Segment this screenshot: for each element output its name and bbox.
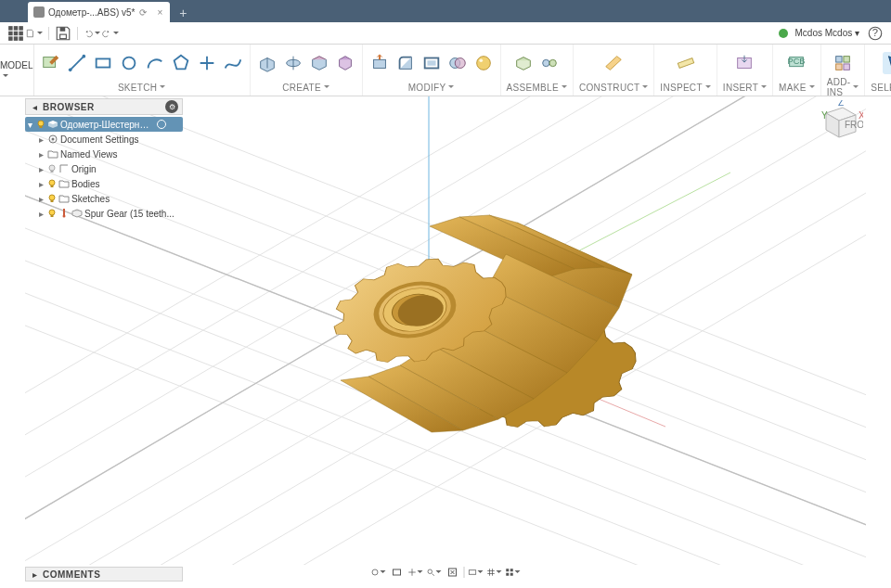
measure-icon[interactable] — [675, 52, 697, 74]
grid-settings-button[interactable] — [487, 565, 502, 580]
file-menu-button[interactable] — [26, 25, 43, 42]
workspace-switcher[interactable]: MODEL — [0, 45, 34, 96]
comments-title: COMMENTS — [43, 569, 100, 580]
revolve-icon[interactable] — [282, 52, 304, 74]
bulb-icon[interactable] — [47, 209, 57, 218]
tree-item-origin[interactable]: Origin — [25, 161, 183, 176]
svg-point-26 — [543, 59, 549, 66]
arc-icon[interactable] — [144, 52, 166, 74]
spline-icon[interactable] — [222, 52, 244, 74]
document-tab[interactable]: Одометр-...ABS) v5* ⟳ × — [28, 2, 170, 22]
expand-icon[interactable] — [36, 209, 45, 218]
create-form-icon[interactable] — [334, 52, 356, 74]
expand-icon[interactable] — [36, 134, 45, 144]
circle-icon[interactable] — [118, 52, 140, 74]
svg-rect-6 — [8, 36, 13, 41]
appearance-icon[interactable] — [472, 52, 495, 74]
viewport-button[interactable] — [506, 565, 521, 580]
group-label[interactable]: MAKE — [779, 81, 815, 94]
svg-point-27 — [549, 59, 556, 66]
extrude-icon[interactable] — [256, 52, 278, 74]
addins-icon[interactable] — [832, 52, 854, 74]
group-label[interactable]: ASSEMBLE — [507, 81, 567, 94]
group-label[interactable]: MODIFY — [408, 81, 455, 94]
ribbon-group-addins: ADD-INS — [821, 45, 866, 96]
expand-icon[interactable] — [36, 149, 45, 159]
tree-item-sketches[interactable]: Sketches — [25, 191, 183, 206]
user-menu[interactable]: Mcdos Mcdos ▾ — [795, 28, 859, 38]
svg-rect-21 — [427, 60, 435, 66]
tree-item-settings[interactable]: Document Settings — [25, 132, 183, 147]
polygon-icon[interactable] — [170, 52, 192, 74]
group-label[interactable]: INSPECT — [660, 81, 710, 94]
bulb-icon[interactable] — [47, 179, 57, 188]
svg-text:Z: Z — [838, 100, 844, 108]
data-panel-button[interactable] — [7, 25, 24, 42]
component-icon — [71, 208, 83, 219]
group-label[interactable]: CREATE — [282, 81, 329, 94]
line-icon[interactable] — [66, 52, 88, 74]
shell-icon[interactable] — [420, 52, 443, 74]
pan-button[interactable] — [408, 565, 423, 580]
save-button[interactable] — [55, 25, 71, 42]
browser-header[interactable]: ◂ BROWSER ⚙ — [25, 98, 183, 115]
group-label[interactable]: SELECT — [871, 81, 891, 94]
group-label[interactable]: INSERT — [723, 81, 767, 94]
make-icon[interactable]: PCB — [785, 52, 807, 74]
group-label[interactable]: SKETCH — [118, 81, 165, 94]
point-icon[interactable] — [196, 52, 218, 74]
bulb-icon[interactable] — [47, 164, 57, 173]
settings-icon[interactable]: ⚙ — [165, 100, 178, 113]
svg-rect-87 — [510, 569, 513, 571]
undo-button[interactable] — [84, 25, 100, 42]
insert-icon[interactable] — [733, 52, 755, 74]
activate-radio[interactable] — [157, 120, 166, 129]
collapse-icon[interactable]: ◂ — [30, 102, 39, 111]
bulb-icon[interactable] — [47, 194, 57, 203]
svg-rect-2 — [19, 26, 23, 31]
redo-button[interactable] — [102, 25, 119, 42]
svg-point-73 — [49, 180, 55, 185]
box-icon[interactable] — [308, 52, 330, 74]
expand-icon[interactable]: ▸ — [30, 569, 39, 579]
rectangle-icon[interactable] — [92, 52, 114, 74]
display-settings-button[interactable] — [469, 565, 484, 580]
ribbon-group-insert: INSERT — [717, 45, 773, 96]
svg-rect-76 — [51, 200, 54, 202]
expand-icon[interactable] — [36, 164, 45, 173]
close-icon[interactable]: × — [155, 7, 164, 17]
new-tab-button[interactable]: + — [174, 4, 192, 22]
ribbon-group-create: CREATE — [251, 45, 363, 96]
select-icon[interactable] — [883, 52, 891, 74]
group-label[interactable]: CONSTRUCT — [579, 81, 648, 94]
help-button[interactable]: ? — [867, 25, 884, 42]
bulb-icon[interactable] — [36, 120, 45, 129]
look-at-button[interactable] — [390, 565, 405, 580]
refresh-icon[interactable]: ⟳ — [138, 7, 148, 17]
expand-icon[interactable] — [36, 179, 45, 188]
new-component-icon[interactable] — [512, 52, 535, 74]
group-label[interactable]: ADD-INS — [827, 81, 859, 94]
tree-item-spur-gear[interactable]: Spur Gear (15 teeth... — [25, 206, 183, 221]
comments-panel[interactable]: ▸ COMMENTS — [25, 567, 183, 582]
plane-icon[interactable] — [602, 52, 625, 74]
create-sketch-icon[interactable] — [40, 52, 62, 74]
combine-icon[interactable] — [446, 52, 469, 74]
tree-root[interactable]: Одометр-Шестерня (... — [25, 117, 183, 132]
zoom-button[interactable] — [427, 565, 442, 580]
svg-rect-78 — [51, 215, 54, 217]
tree-item-bodies[interactable]: Bodies — [25, 176, 183, 191]
folder-icon — [47, 148, 58, 160]
view-cube[interactable]: FRONT X Y Z — [815, 100, 863, 148]
tree-item-views[interactable]: Named Views — [25, 147, 183, 161]
fit-button[interactable] — [446, 565, 460, 580]
orbit-button[interactable] — [371, 565, 386, 580]
svg-rect-68 — [40, 126, 43, 128]
expand-icon[interactable] — [36, 194, 45, 203]
gear-model[interactable] — [321, 215, 650, 443]
gear-icon — [47, 134, 58, 145]
joint-icon[interactable] — [538, 52, 561, 74]
expand-icon[interactable] — [25, 120, 34, 129]
press-pull-icon[interactable] — [368, 52, 391, 74]
fillet-icon[interactable] — [394, 52, 417, 74]
